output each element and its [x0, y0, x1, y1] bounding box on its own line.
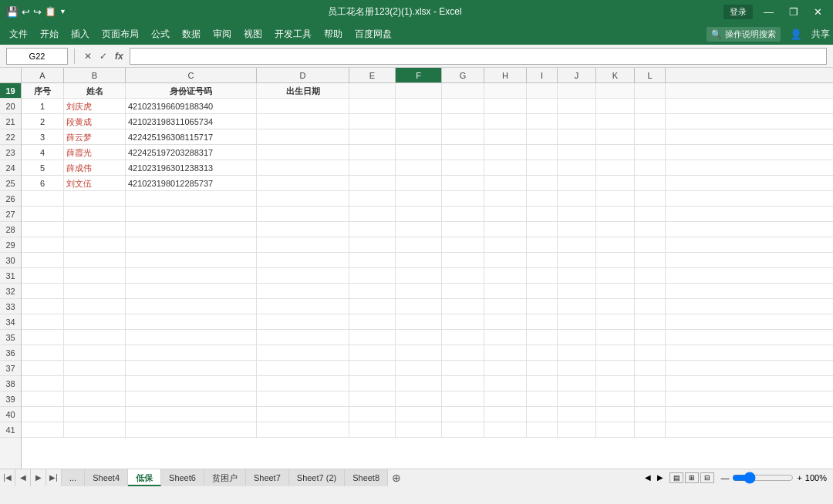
cell-22-col-i[interactable]: [527, 129, 558, 145]
cell-19-col-k[interactable]: [596, 83, 635, 99]
restore-button[interactable]: ❐: [784, 6, 803, 18]
row-num-23[interactable]: 23: [0, 145, 21, 160]
cell-41-col-l[interactable]: [635, 422, 666, 438]
cell-29-col-k[interactable]: [596, 237, 635, 253]
row-num-19[interactable]: 19: [0, 83, 21, 99]
cell-35-col-g[interactable]: [442, 330, 484, 345]
cell-41-col-e[interactable]: [349, 422, 396, 438]
cell-36-col-a[interactable]: [22, 345, 64, 361]
cell-37-col-f[interactable]: [396, 361, 442, 376]
cell-20-col-g[interactable]: [442, 99, 484, 114]
cell-32-col-h[interactable]: [484, 284, 527, 299]
cell-22-col-c[interactable]: 422425196308115717: [126, 129, 257, 145]
row-num-33[interactable]: 33: [0, 299, 21, 314]
cell-30-col-k[interactable]: [596, 253, 635, 268]
cell-40-col-l[interactable]: [635, 407, 666, 422]
cell-39-col-g[interactable]: [442, 391, 484, 407]
cell-20-col-i[interactable]: [527, 99, 558, 114]
cell-22-col-e[interactable]: [349, 129, 396, 145]
row-num-26[interactable]: 26: [0, 191, 21, 207]
cell-33-col-k[interactable]: [596, 299, 635, 314]
cell-36-col-e[interactable]: [349, 345, 396, 361]
cell-32-col-f[interactable]: [396, 284, 442, 299]
cell-38-col-e[interactable]: [349, 376, 396, 391]
cell-27-col-l[interactable]: [635, 207, 666, 222]
cell-29-col-c[interactable]: [126, 237, 257, 253]
cell-26-col-a[interactable]: [22, 191, 64, 207]
cell-25-col-e[interactable]: [349, 176, 396, 191]
sheet-tab-dibao[interactable]: 低保: [128, 469, 161, 486]
cell-31-col-l[interactable]: [635, 268, 666, 284]
cell-22-col-b[interactable]: 薛云梦: [64, 129, 126, 145]
cell-38-col-l[interactable]: [635, 376, 666, 391]
cell-41-col-f[interactable]: [396, 422, 442, 438]
cell-27-col-a[interactable]: [22, 207, 64, 222]
cell-28-col-h[interactable]: [484, 222, 527, 237]
cell-24-col-i[interactable]: [527, 160, 558, 176]
cell-20-col-b[interactable]: 刘庆虎: [64, 99, 126, 114]
cell-36-col-b[interactable]: [64, 345, 126, 361]
cell-33-col-h[interactable]: [484, 299, 527, 314]
cell-34-col-f[interactable]: [396, 314, 442, 330]
cell-28-col-l[interactable]: [635, 222, 666, 237]
cell-41-col-j[interactable]: [558, 422, 596, 438]
cell-24-col-h[interactable]: [484, 160, 527, 176]
cell-32-col-c[interactable]: [126, 284, 257, 299]
cell-38-col-b[interactable]: [64, 376, 126, 391]
cell-27-col-i[interactable]: [527, 207, 558, 222]
cell-40-col-i[interactable]: [527, 407, 558, 422]
cell-31-col-a[interactable]: [22, 268, 64, 284]
cell-32-col-g[interactable]: [442, 284, 484, 299]
row-num-36[interactable]: 36: [0, 345, 21, 361]
cell-36-col-h[interactable]: [484, 345, 527, 361]
row-num-39[interactable]: 39: [0, 391, 21, 407]
cell-22-col-j[interactable]: [558, 129, 596, 145]
cell-24-col-a[interactable]: 5: [22, 160, 64, 176]
menu-data[interactable]: 数据: [176, 26, 207, 42]
cell-30-col-f[interactable]: [396, 253, 442, 268]
cell-35-col-f[interactable]: [396, 330, 442, 345]
col-header-h[interactable]: H: [484, 68, 527, 82]
cell-23-col-f[interactable]: [396, 145, 442, 160]
cell-36-col-k[interactable]: [596, 345, 635, 361]
cell-23-col-g[interactable]: [442, 145, 484, 160]
scroll-left-icon[interactable]: ◀: [645, 473, 651, 482]
cell-27-col-d[interactable]: [257, 207, 349, 222]
cell-34-col-d[interactable]: [257, 314, 349, 330]
cell-36-col-c[interactable]: [126, 345, 257, 361]
cell-21-col-l[interactable]: [635, 114, 666, 129]
cell-25-col-d[interactable]: [257, 176, 349, 191]
cell-41-col-i[interactable]: [527, 422, 558, 438]
cell-19-col-d[interactable]: 出生日期: [257, 83, 349, 99]
cell-33-col-d[interactable]: [257, 299, 349, 314]
cell-22-col-k[interactable]: [596, 129, 635, 145]
cell-39-col-l[interactable]: [635, 391, 666, 407]
cell-34-col-g[interactable]: [442, 314, 484, 330]
cell-28-col-f[interactable]: [396, 222, 442, 237]
page-break-btn[interactable]: ⊟: [700, 472, 714, 483]
fx-button[interactable]: fx: [112, 51, 126, 62]
cell-22-col-d[interactable]: [257, 129, 349, 145]
cell-31-col-e[interactable]: [349, 268, 396, 284]
sheet-nav-prev[interactable]: ◀: [15, 469, 31, 486]
cell-35-col-l[interactable]: [635, 330, 666, 345]
row-num-24[interactable]: 24: [0, 160, 21, 176]
cell-22-col-h[interactable]: [484, 129, 527, 145]
cell-25-col-f[interactable]: [396, 176, 442, 191]
sheet-tab-sheet7[interactable]: Sheet7: [246, 469, 289, 486]
cell-27-col-f[interactable]: [396, 207, 442, 222]
page-layout-btn[interactable]: ⊞: [685, 472, 699, 483]
col-header-i[interactable]: I: [527, 68, 558, 82]
confirm-formula-button[interactable]: ✓: [96, 51, 110, 62]
cell-23-col-l[interactable]: [635, 145, 666, 160]
cell-34-col-k[interactable]: [596, 314, 635, 330]
cell-37-col-b[interactable]: [64, 361, 126, 376]
menu-baidu[interactable]: 百度网盘: [349, 26, 398, 42]
cell-30-col-c[interactable]: [126, 253, 257, 268]
cell-27-col-h[interactable]: [484, 207, 527, 222]
cell-23-col-k[interactable]: [596, 145, 635, 160]
cell-35-col-k[interactable]: [596, 330, 635, 345]
cell-33-col-i[interactable]: [527, 299, 558, 314]
zoom-slider[interactable]: [732, 472, 794, 484]
menu-file[interactable]: 文件: [3, 26, 34, 42]
